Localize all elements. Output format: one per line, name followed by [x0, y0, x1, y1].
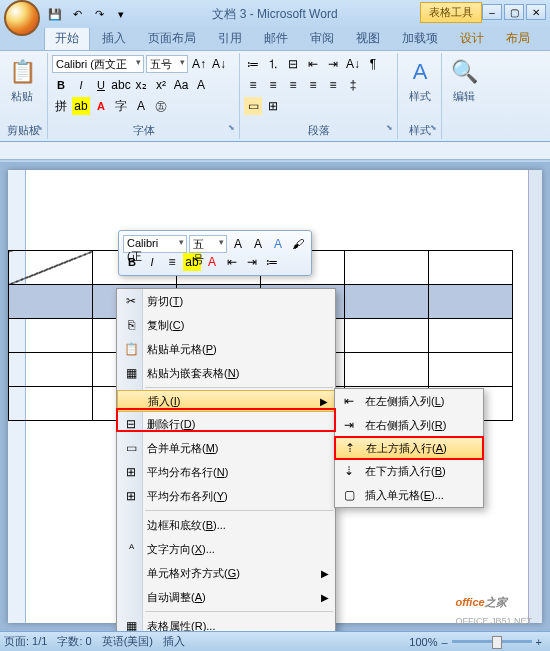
vertical-scrollbar[interactable]: [528, 170, 542, 623]
tab-design[interactable]: 设计: [450, 27, 494, 50]
bold-button[interactable]: B: [52, 76, 70, 94]
highlight-button[interactable]: ab: [72, 97, 90, 115]
group-paragraph: 段落: [240, 123, 397, 138]
mini-bullets[interactable]: ≔: [263, 253, 281, 271]
tab-layout[interactable]: 页面布局: [138, 27, 206, 50]
align-center-button[interactable]: ≡: [264, 76, 282, 94]
font-name-combo[interactable]: Calibri (西文正: [52, 55, 144, 73]
minimize-button[interactable]: –: [482, 4, 502, 20]
status-words[interactable]: 字数: 0: [57, 634, 91, 649]
mini-font-combo[interactable]: Calibri (正: [123, 235, 187, 253]
title-bar: 💾 ↶ ↷ ▾ 文档 3 - Microsoft Word 表格工具 – ▢ ✕: [0, 0, 550, 28]
zoom-level[interactable]: 100%: [409, 636, 437, 648]
office-button[interactable]: [4, 0, 40, 36]
ctx-item-13[interactable]: 单元格对齐方式(G)▶: [117, 561, 335, 585]
zoom-slider[interactable]: [452, 640, 532, 643]
sub-item-4[interactable]: ▢插入单元格(E)...: [335, 483, 483, 507]
tab-addins[interactable]: 加载项: [392, 27, 448, 50]
clear-format-button[interactable]: Aa: [172, 76, 190, 94]
mini-italic[interactable]: I: [143, 253, 161, 271]
status-page[interactable]: 页面: 1/1: [4, 634, 47, 649]
sub-item-1[interactable]: ⇥在右侧插入列(R): [335, 413, 483, 437]
ctx-item-14[interactable]: 自动调整(A)▶: [117, 585, 335, 609]
borders-button[interactable]: ⊞: [264, 97, 282, 115]
close-button[interactable]: ✕: [526, 4, 546, 20]
ctx-item-12[interactable]: ᴬ文字方向(X)...: [117, 537, 335, 561]
mini-font-color[interactable]: A: [203, 253, 221, 271]
mini-shrink-icon[interactable]: A: [249, 235, 267, 253]
sort-button[interactable]: A↓: [344, 55, 362, 73]
tab-references[interactable]: 引用: [208, 27, 252, 50]
sub-item-2[interactable]: ⇡在上方插入行(A): [335, 437, 483, 459]
paste-icon: 📋: [7, 57, 37, 87]
align-left-button[interactable]: ≡: [244, 76, 262, 94]
sub-item-3[interactable]: ⇣在下方插入行(B): [335, 459, 483, 483]
qat-more-icon[interactable]: ▾: [112, 5, 130, 23]
ctx-item-6[interactable]: ⊟删除行(D): [117, 412, 335, 436]
status-mode[interactable]: 插入: [163, 634, 185, 649]
ctx-item-2[interactable]: 📋粘贴单元格(P): [117, 337, 335, 361]
ctx-item-16[interactable]: ▦表格属性(R)...: [117, 614, 335, 631]
phonetic-button[interactable]: 拼: [52, 97, 70, 115]
zoom-in-button[interactable]: +: [536, 636, 542, 648]
page[interactable]: Calibri (正 五号 A A A 🖌 B I ≡ ab A ⇤ ⇥ ≔ ✂…: [8, 170, 542, 623]
ctx-item-1[interactable]: ⎘复制(C): [117, 313, 335, 337]
watermark: office之家 OFFICE.JB51.NET: [455, 592, 532, 627]
horizontal-ruler[interactable]: [0, 142, 550, 160]
zoom-out-button[interactable]: –: [441, 636, 447, 648]
ctx-item-11[interactable]: 边框和底纹(B)...: [117, 513, 335, 537]
mini-format-painter-icon[interactable]: 🖌: [289, 235, 307, 253]
tab-home[interactable]: 开始: [44, 26, 90, 50]
mini-grow-icon[interactable]: A: [229, 235, 247, 253]
tab-mail[interactable]: 邮件: [254, 27, 298, 50]
ctx-item-3[interactable]: ▦粘贴为嵌套表格(N): [117, 361, 335, 385]
ctx-item-0[interactable]: ✂剪切(T): [117, 289, 335, 313]
mini-size-combo[interactable]: 五号: [189, 235, 227, 253]
superscript-button[interactable]: x²: [152, 76, 170, 94]
indent-dec-button[interactable]: ⇤: [304, 55, 322, 73]
tab-table-layout[interactable]: 布局: [496, 27, 540, 50]
line-spacing-button[interactable]: ‡: [344, 76, 362, 94]
ctx-item-9[interactable]: ⊞平均分布各列(Y): [117, 484, 335, 508]
mini-styles-icon[interactable]: A: [269, 235, 287, 253]
numbering-button[interactable]: ⒈: [264, 55, 282, 73]
bullets-button[interactable]: ≔: [244, 55, 262, 73]
char-style-button[interactable]: A: [192, 76, 210, 94]
font-size-combo[interactable]: 五号: [146, 55, 188, 73]
justify-button[interactable]: ≡: [304, 76, 322, 94]
multilevel-button[interactable]: ⊟: [284, 55, 302, 73]
tab-insert[interactable]: 插入: [92, 27, 136, 50]
italic-button[interactable]: I: [72, 76, 90, 94]
edit-button[interactable]: 🔍 编辑: [446, 55, 482, 106]
align-right-button[interactable]: ≡: [284, 76, 302, 94]
distribute-button[interactable]: ≡: [324, 76, 342, 94]
underline-button[interactable]: U: [92, 76, 110, 94]
mini-indent-inc[interactable]: ⇥: [243, 253, 261, 271]
mini-center[interactable]: ≡: [163, 253, 181, 271]
grow-font-icon[interactable]: A↑: [190, 55, 208, 73]
ctx-item-8[interactable]: ⊞平均分布各行(N): [117, 460, 335, 484]
shading-button[interactable]: ▭: [244, 97, 262, 115]
mini-indent-dec[interactable]: ⇤: [223, 253, 241, 271]
char-border-button[interactable]: 字: [112, 97, 130, 115]
undo-icon[interactable]: ↶: [68, 5, 86, 23]
shrink-font-icon[interactable]: A↓: [210, 55, 228, 73]
status-lang[interactable]: 英语(美国): [102, 634, 153, 649]
ctx-item-5[interactable]: 插入(I)▶: [117, 390, 335, 412]
paste-button[interactable]: 📋 粘贴: [4, 55, 40, 106]
enclose-button[interactable]: ㊄: [152, 97, 170, 115]
subscript-button[interactable]: x₂: [132, 76, 150, 94]
indent-inc-button[interactable]: ⇥: [324, 55, 342, 73]
strike-button[interactable]: abc: [112, 76, 130, 94]
ctx-item-7[interactable]: ▭合并单元格(M): [117, 436, 335, 460]
sub-item-0[interactable]: ⇤在左侧插入列(L): [335, 389, 483, 413]
redo-icon[interactable]: ↷: [90, 5, 108, 23]
font-color-button[interactable]: A: [92, 97, 110, 115]
save-icon[interactable]: 💾: [46, 5, 64, 23]
tab-view[interactable]: 视图: [346, 27, 390, 50]
styles-button[interactable]: A 样式: [402, 55, 438, 106]
tab-review[interactable]: 审阅: [300, 27, 344, 50]
maximize-button[interactable]: ▢: [504, 4, 524, 20]
char-shading-button[interactable]: A: [132, 97, 150, 115]
show-marks-button[interactable]: ¶: [364, 55, 382, 73]
